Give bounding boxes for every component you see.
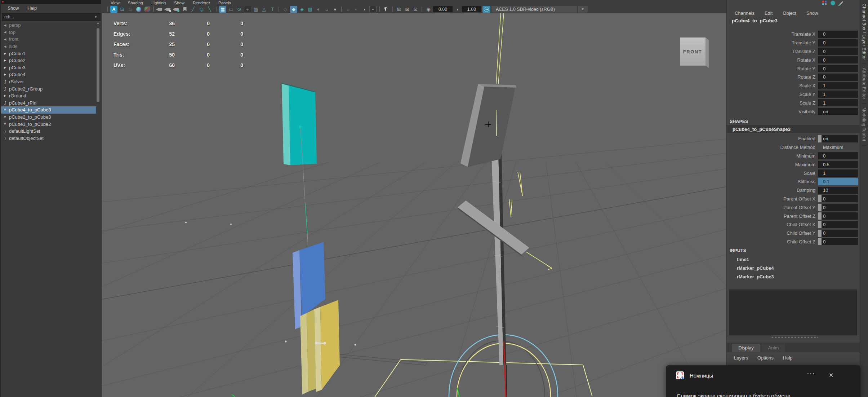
scrollbar-thumb[interactable] — [97, 28, 99, 102]
layer-menu-help[interactable]: Help — [783, 355, 793, 361]
gray-column[interactable] — [491, 136, 506, 365]
outliner-item-front[interactable]: ◀front — [1, 36, 96, 43]
channel-label[interactable]: Scale Y — [727, 92, 815, 97]
channel-field-parent-offset-z[interactable]: 0 — [818, 212, 858, 220]
layer-tab-display[interactable]: Display — [732, 344, 760, 352]
select-tool-icon[interactable] — [382, 6, 390, 13]
channel-field-parent-offset-x[interactable]: 0 — [818, 195, 858, 202]
channel-field-rotate-x[interactable]: 0 — [818, 56, 858, 63]
color-wheel-icon[interactable] — [135, 6, 142, 13]
viewport-menu-lighting[interactable]: Lighting — [151, 1, 166, 5]
channel-object-name[interactable]: pCube4_to_pCube3 — [732, 18, 778, 23]
colorspace-dropdown[interactable]: ACES 1.0 SDR-video (sRGB)▼ — [491, 6, 588, 13]
channel-label[interactable]: Translate X — [727, 31, 815, 37]
view-cube-label[interactable]: FRONT — [683, 49, 702, 54]
outliner-item-side[interactable]: ◀side — [1, 43, 96, 50]
outliner-item-pcube2-to-pcube3[interactable]: ^pCube2_to_pCube3 — [1, 114, 96, 121]
channel-field-scale-x[interactable]: 1 — [818, 82, 858, 89]
viewport-menu-shading[interactable]: Shading — [128, 1, 143, 5]
channel-label[interactable]: Parent Offset Z — [727, 213, 815, 219]
layer-tab-anim[interactable]: Anim — [762, 344, 785, 352]
account-icon[interactable] — [831, 1, 835, 5]
channel-field-rotate-y[interactable]: 0 — [818, 65, 858, 72]
side-tab-channel-box-layer-editor[interactable]: Channel Box / Layer Editor — [862, 0, 867, 64]
outliner-item-pcube3[interactable]: ▶pCube3 — [1, 64, 96, 71]
outliner-item-rsolver[interactable]: ʃrSolver — [1, 78, 96, 85]
channel-label[interactable]: Stiffness — [727, 179, 815, 184]
use-all-lights-icon[interactable]: ☼ — [344, 6, 352, 13]
channel-label[interactable]: Child Offset Y — [727, 230, 815, 236]
viewport-menu-show[interactable]: Show — [174, 1, 184, 5]
view-cube[interactable]: FRONT — [680, 38, 709, 68]
outliner-item-pcube4-to-pcube3[interactable]: ^pCube4_to_pCube3 — [1, 106, 96, 114]
channel-label[interactable]: Scale X — [727, 83, 815, 88]
scroll-up-icon[interactable]: ▲ — [96, 22, 100, 27]
channel-label[interactable]: Parent Offset Y — [727, 205, 815, 210]
zoom-region-icon[interactable]: ◎ — [198, 6, 205, 13]
channel-field-rotate-z[interactable]: 0 — [818, 74, 858, 81]
ambient-occlusion-icon[interactable]: ◗ — [361, 6, 368, 13]
camera-lock-icon[interactable] — [165, 6, 172, 13]
input-node-time1[interactable]: time1 — [727, 255, 860, 264]
channel-menu-edit[interactable]: Edit — [765, 10, 773, 16]
channel-label[interactable]: Translate Z — [727, 49, 815, 54]
yellow-cubes[interactable] — [300, 300, 340, 394]
gray-plank[interactable] — [458, 200, 529, 257]
pencil-tool-icon[interactable]: ╲ — [206, 6, 213, 13]
channel-field-child-offset-z[interactable]: 0 — [818, 238, 858, 245]
splitter-handle[interactable] — [771, 337, 818, 338]
side-tab-modeling-toolkit[interactable]: Modeling Toolkit — [862, 104, 867, 146]
outliner-item-pcube2[interactable]: ▶pCube2 — [1, 57, 96, 64]
outliner-item-pcube2-rgroup[interactable]: ʃpCube2_rGroup — [1, 85, 96, 92]
cyan-cube[interactable] — [282, 83, 317, 165]
snipping-tool-toast[interactable]: Ножницы ··· ✕ Снимок экрана скопирован в… — [666, 365, 860, 397]
channel-field-translate-y[interactable]: 0 — [818, 39, 858, 47]
checker-display-icon[interactable]: ◐ — [315, 6, 322, 13]
channel-label[interactable]: Child Offset X — [727, 222, 815, 227]
lighting-toggle-icon[interactable]: ☼ — [323, 6, 330, 13]
outliner-item-pcube4-rpin[interactable]: ʃpCube4_rPin — [1, 100, 96, 107]
viewport-menu-renderer[interactable]: Renderer — [193, 1, 210, 5]
input-node-rmarker-pcube3[interactable]: rMarker_pCube3 — [727, 273, 860, 281]
outliner-item-top[interactable]: ◀top — [1, 29, 96, 36]
layer-editor-area[interactable] — [729, 290, 857, 335]
channel-field-translate-x[interactable]: 0 — [818, 31, 858, 38]
channel-value-distance-method[interactable]: Maximum — [823, 145, 843, 150]
channel-label[interactable]: Scale Z — [727, 100, 815, 106]
outliner-item-defaultobjectset[interactable]: )defaultObjectSet — [1, 135, 96, 142]
snap-frame-icon[interactable]: ⊡ — [119, 6, 126, 13]
channel-label[interactable]: Minimum — [727, 153, 815, 159]
outliner-item-rground[interactable]: ▶rGround — [1, 92, 96, 100]
dropdown-arrow-icon[interactable]: ▼ — [578, 6, 588, 13]
outliner-item-defaultlightset[interactable]: )defaultLightSet — [1, 128, 96, 135]
outliner-item-pcube1[interactable]: ▶pCube1 — [1, 50, 96, 57]
channel-label[interactable]: Child Offset Z — [727, 239, 815, 244]
camera-icon[interactable] — [156, 6, 164, 13]
contrast-icon[interactable]: ◑ — [454, 6, 461, 13]
search-dropdown-icon[interactable]: ▼ — [94, 16, 100, 19]
exposure-field[interactable]: 0.00 — [433, 6, 453, 12]
shape-node-name[interactable]: pCube4_to_pCubeShape3 — [727, 127, 791, 132]
channel-label[interactable]: Translate Y — [727, 40, 815, 45]
channel-field-parent-offset-y[interactable]: 0 — [818, 204, 858, 211]
channel-label[interactable]: Maximum — [727, 162, 815, 167]
rground-selected-wire[interactable] — [375, 359, 592, 397]
toast-more-button[interactable]: ··· — [807, 370, 815, 378]
contrast-field[interactable]: 1.00 — [462, 6, 481, 12]
channel-menu-object[interactable]: Object — [783, 10, 796, 16]
channel-menu-channels[interactable]: Channels — [735, 10, 755, 16]
channel-label[interactable]: Visibility — [727, 109, 815, 114]
field-chart-icon[interactable]: ▥ — [252, 6, 259, 13]
select-highlight-a-icon[interactable]: A — [110, 6, 117, 13]
channel-field-scale-y[interactable]: 1 — [818, 91, 858, 98]
outliner-menu-show[interactable]: Show — [8, 6, 19, 11]
outliner-item-pcube1-to-pcube2[interactable]: ^pCube1_to_pCube2 — [1, 120, 96, 128]
side-tab-attribute-editor[interactable]: Attribute Editor — [862, 64, 867, 103]
channel-field-translate-z[interactable]: 0 — [818, 48, 858, 55]
bookmark-icon[interactable] — [181, 6, 188, 13]
channel-field-scale-z[interactable]: 1 — [818, 99, 858, 106]
outliner-menu-help[interactable]: Help — [27, 6, 37, 11]
channel-field-minimum[interactable]: 0 — [818, 152, 858, 159]
exposure-icon[interactable]: ◉ — [425, 6, 432, 13]
channel-label[interactable]: Rotate Z — [727, 74, 815, 80]
